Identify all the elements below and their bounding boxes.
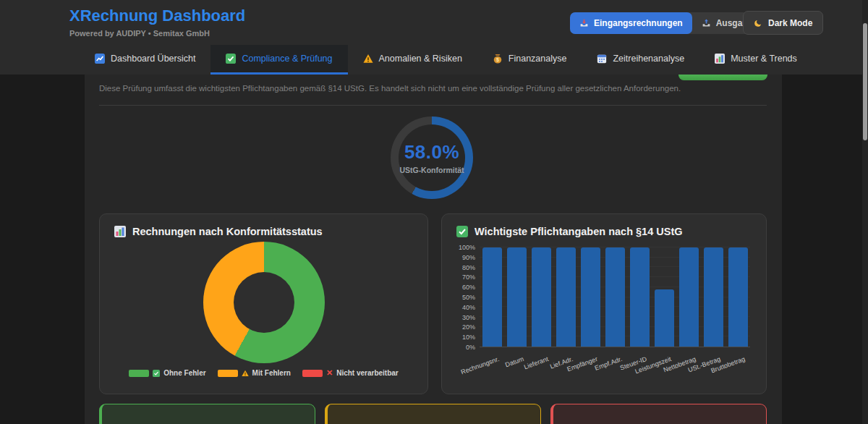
- calendar-icon: [597, 54, 607, 64]
- y-tick-label: 30%: [462, 314, 475, 321]
- check-icon: [456, 226, 468, 237]
- gauge-value: 58.0%: [404, 141, 459, 164]
- pie-legend: Ohne Fehler Mit Fehlern ✕ Nicht verarbei…: [100, 368, 427, 378]
- x-tick-label: Datum: [504, 355, 524, 368]
- y-tick-label: 20%: [462, 323, 475, 331]
- bar-card-title-text: Wichtigste Pflichtangaben nach §14 UStG: [475, 226, 683, 237]
- outbox-tray-icon: [702, 19, 711, 28]
- warning-icon: [242, 370, 249, 377]
- y-tick-label: 50%: [462, 294, 475, 301]
- header-bar: XRechnung Dashboard Powered by AUDIPY • …: [0, 0, 868, 45]
- bar-Datum: [507, 247, 527, 347]
- konformitaet-donut-chart: [203, 242, 325, 363]
- legend-mit-fehlern[interactable]: Mit Fehlern: [218, 368, 291, 378]
- y-tick-label: 10%: [462, 334, 475, 341]
- bar-Lieferant: [532, 247, 551, 347]
- tab-zeitreihenanalyse[interactable]: Zeitreihenanalyse: [582, 45, 699, 75]
- bar-USt.-Betrag: [704, 247, 723, 347]
- bar-card-title: Wichtigste Pflichtangaben nach §14 UStG: [442, 214, 766, 242]
- pie-card-title: Rechnungen nach Konformitätsstatus: [100, 214, 427, 242]
- warning-icon: [363, 54, 373, 64]
- legend-swatch-red: [302, 370, 323, 377]
- pflichtangaben-card: Wichtigste Pflichtangaben nach §14 UStG …: [441, 213, 767, 394]
- y-tick-label: 90%: [462, 254, 475, 261]
- eingangsrechnungen-button[interactable]: Eingangsrechnungen: [570, 12, 692, 34]
- konformitaetsstatus-card: Rechnungen nach Konformitätsstatus Ohne …: [99, 213, 428, 394]
- tab-dashboard-uebersicht[interactable]: Dashboard Übersicht: [80, 45, 210, 75]
- tab-label: Zeitreihenanalyse: [613, 54, 684, 64]
- legend-label: Nicht verarbeitbar: [336, 369, 399, 377]
- bar-Empf.Adr.: [605, 247, 625, 347]
- bar-Bruttobetrag: [728, 247, 748, 347]
- money-icon: $: [493, 54, 503, 64]
- y-tick-label: 60%: [462, 284, 475, 291]
- tab-finanzanalyse[interactable]: $ Finanzanalyse: [477, 45, 582, 75]
- x-tick-label: Empf.Adr.: [594, 355, 624, 372]
- page-title: XRechnung Dashboard: [69, 7, 245, 25]
- bar-Rechnungsnr.: [482, 247, 502, 347]
- tab-label: Finanzanalyse: [509, 54, 567, 64]
- legend-nicht-verarbeitbar[interactable]: ✕ Nicht verarbeitbar: [302, 368, 399, 378]
- tab-label: Anomalien & Risiken: [379, 54, 462, 64]
- check-icon: [153, 370, 160, 377]
- status-card-row: [99, 404, 767, 424]
- y-tick-label: 0%: [466, 344, 475, 351]
- tab-label: Compliance & Prüfung: [242, 54, 332, 64]
- y-tick-label: 80%: [462, 264, 475, 271]
- tab-muster-trends[interactable]: Muster & Trends: [699, 45, 812, 75]
- tab-compliance-pruefung[interactable]: Compliance & Prüfung: [210, 45, 347, 75]
- bar-chart-y-axis: 0%10%20%30%40%50%60%70%80%90%100%: [454, 247, 475, 347]
- bar-Leistungszeit: [655, 289, 674, 347]
- section-divider: [99, 105, 767, 106]
- legend-label: Ohne Fehler: [163, 369, 205, 377]
- page-subtitle: Powered by AUDIPY • Semitax GmbH: [69, 29, 210, 38]
- moon-icon: [754, 19, 762, 27]
- y-tick-label: 40%: [462, 304, 475, 311]
- status-card-error: [550, 404, 767, 424]
- dark-mode-label: Dark Mode: [768, 18, 812, 28]
- bar-chart-icon: [114, 226, 126, 237]
- pflichtangaben-bar-chart: 0%10%20%30%40%50%60%70%80%90%100% Rechnu…: [454, 245, 759, 381]
- pie-card-title-text: Rechnungen nach Konformitätsstatus: [132, 226, 323, 237]
- gauge-caption: UStG-Konformität: [399, 166, 464, 174]
- xrechnung-dashboard: XRechnung Dashboard Powered by AUDIPY • …: [0, 0, 868, 424]
- legend-swatch-orange: [218, 370, 238, 377]
- x-tick-label: Rechnungsnr.: [460, 355, 501, 376]
- svg-text:$: $: [496, 57, 499, 63]
- status-card-success: [99, 404, 315, 424]
- bar-chart-plot-area: [480, 247, 750, 347]
- tab-anomalien-risiken[interactable]: Anomalien & Risiken: [348, 45, 477, 75]
- check-icon: [226, 54, 236, 64]
- dark-mode-button[interactable]: Dark Mode: [743, 11, 823, 35]
- scrollbar-thumb[interactable]: [863, 23, 867, 140]
- bar-Nettobetrag: [679, 247, 699, 347]
- eingangsrechnungen-label: Eingangsrechnungen: [594, 18, 683, 28]
- legend-swatch-green: [129, 370, 149, 377]
- compliance-info-text: Diese Prüfung umfasst die wichtigsten Pf…: [99, 84, 772, 93]
- tab-label: Dashboard Übersicht: [111, 54, 195, 64]
- vertical-scrollbar: [862, 0, 868, 424]
- x-icon: ✕: [326, 368, 333, 378]
- y-tick-label: 100%: [459, 244, 475, 251]
- bar-Steuer-ID: [630, 247, 650, 347]
- legend-ohne-fehler[interactable]: Ohne Fehler: [129, 368, 205, 378]
- donut-hole: [234, 272, 294, 333]
- bar-Lief.Adr.: [556, 247, 576, 347]
- y-tick-label: 70%: [462, 274, 475, 281]
- tab-label: Muster & Trends: [731, 54, 797, 64]
- nav-tabs: Dashboard Übersicht Compliance & Prüfung…: [0, 45, 868, 75]
- x-tick-label: Lieferant: [523, 355, 549, 370]
- chart-line-icon: [95, 54, 105, 64]
- status-card-warning: [325, 404, 541, 424]
- konformitaet-gauge: 58.0% UStG-Konformität: [391, 116, 473, 199]
- bar-chart-x-axis: Rechnungsnr.DatumLieferantLief.Adr.Empfä…: [480, 351, 750, 380]
- gauge-inner: 58.0% UStG-Konformität: [399, 124, 465, 191]
- inbox-tray-icon: [579, 19, 589, 28]
- bar-Empfänger: [581, 247, 600, 347]
- bar-chart-icon: [715, 54, 725, 64]
- legend-label: Mit Fehlern: [252, 369, 291, 377]
